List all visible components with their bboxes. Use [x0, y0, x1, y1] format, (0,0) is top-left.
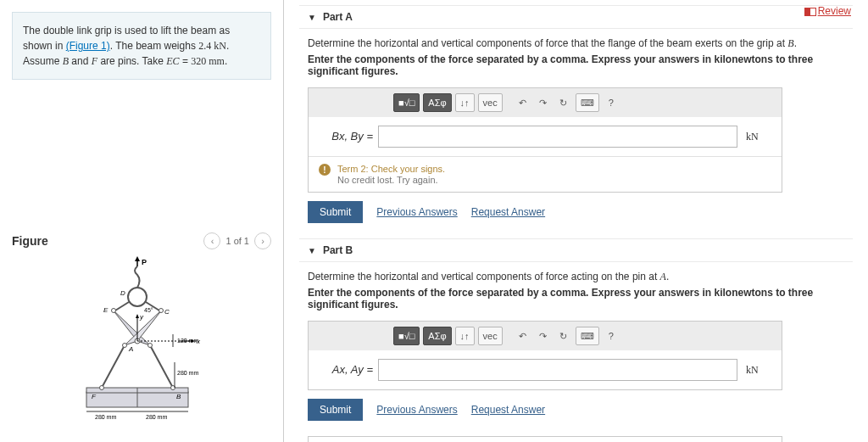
svg-text:120 mm: 120 mm [177, 338, 198, 344]
reset-button[interactable]: ↻ [555, 327, 572, 345]
svg-point-16 [159, 309, 164, 313]
svg-point-8 [123, 344, 127, 348]
part-b-toolbar: ■√□ ΑΣφ ↓↑ vec ↶ ↷ ↻ ⌨ ? [309, 322, 782, 350]
part-b-header[interactable]: ▼Part B [299, 238, 853, 262]
chevron-down-icon: ▼ [308, 246, 316, 255]
warning-icon: ! [319, 164, 331, 176]
svg-text:280 mm: 280 mm [177, 370, 198, 376]
svg-point-9 [148, 344, 153, 348]
part-b-incorrect: ✖ Incorrect; Try Again; 5 attempts remai… [308, 436, 782, 442]
keyboard-button[interactable]: ⌨ [576, 93, 599, 112]
svg-text:45°: 45° [144, 307, 153, 313]
reset-button[interactable]: ↻ [555, 93, 572, 112]
figure-title: Figure [12, 234, 48, 248]
figure-counter: 1 of 1 [225, 236, 249, 246]
part-a-toolbar: ■√□ ΑΣφ ↓↑ vec ↶ ↷ ↻ ⌨ ? [309, 88, 782, 117]
figure-diagram: P D E A C F B x y 45° 120 mm 280 mm 280 … [12, 256, 271, 428]
part-b-var-label: Ax, Ay = [319, 363, 378, 377]
svg-text:y: y [139, 313, 144, 321]
keyboard-button[interactable]: ⌨ [576, 327, 599, 345]
part-b-input[interactable] [378, 359, 737, 381]
undo-button[interactable]: ↶ [515, 327, 531, 345]
svg-marker-18 [135, 256, 140, 261]
part-a-var-label: Bx, By = [319, 130, 378, 143]
part-b-instruction: Determine the horizontal and vertical co… [308, 271, 844, 283]
svg-text:280 mm: 280 mm [146, 414, 167, 420]
svg-text:D: D [120, 289, 125, 297]
part-b-format: Enter the components of the force separa… [308, 287, 844, 311]
part-a-answer-box: ■√□ ΑΣφ ↓↑ vec ↶ ↷ ↻ ⌨ ? Bx, By = kN ! T… [308, 87, 782, 193]
vec-button[interactable]: vec [478, 327, 503, 345]
svg-point-10 [100, 386, 104, 390]
help-button[interactable]: ? [603, 327, 620, 345]
redo-button[interactable]: ↷ [535, 327, 552, 345]
problem-statement: The double link grip is used to lift the… [12, 12, 271, 80]
review-link[interactable]: Review [804, 5, 851, 17]
help-button[interactable]: ? [603, 93, 620, 112]
part-b-unit: kN [737, 364, 771, 377]
part-a-instruction: Determine the horizontal and vertical co… [308, 37, 844, 50]
svg-point-15 [112, 309, 116, 313]
chevron-down-icon: ▼ [308, 13, 316, 22]
svg-text:A: A [128, 345, 133, 353]
vec-button[interactable]: vec [478, 93, 503, 112]
part-a-feedback: ! Term 2: Check your signs. No credit lo… [309, 156, 782, 192]
redo-button[interactable]: ↷ [535, 93, 552, 112]
part-b-submit-button[interactable]: Submit [308, 399, 363, 421]
symbols-button[interactable]: ΑΣφ [423, 327, 451, 345]
part-a-previous-link[interactable]: Previous Answers [376, 206, 457, 218]
part-a-unit: kN [737, 131, 771, 143]
part-a-header[interactable]: ▼Part A [299, 5, 853, 29]
svg-point-12 [128, 288, 147, 306]
figure-next-button[interactable]: › [254, 232, 271, 249]
part-b-answer-box: ■√□ ΑΣφ ↓↑ vec ↶ ↷ ↻ ⌨ ? Ax, Ay = kN [308, 321, 782, 390]
svg-text:B: B [176, 393, 181, 400]
svg-line-13 [115, 302, 129, 311]
svg-line-4 [150, 345, 173, 388]
part-b-request-link[interactable]: Request Answer [471, 404, 545, 416]
templates-button[interactable]: ■√□ [393, 327, 420, 345]
templates-button[interactable]: ■√□ [393, 93, 420, 112]
symbols-button[interactable]: ΑΣφ [423, 93, 451, 112]
svg-text:280 mm: 280 mm [95, 414, 116, 420]
svg-line-3 [102, 345, 125, 388]
subsuper-button[interactable]: ↓↑ [455, 93, 475, 112]
svg-text:E: E [103, 306, 108, 314]
part-a-request-link[interactable]: Request Answer [471, 206, 545, 218]
svg-text:P: P [142, 258, 147, 266]
part-a-input[interactable] [378, 126, 737, 148]
flag-icon [804, 8, 816, 16]
part-b-previous-link[interactable]: Previous Answers [376, 404, 457, 416]
review-label: Review [818, 5, 851, 17]
part-a-submit-button[interactable]: Submit [308, 201, 363, 223]
svg-marker-20 [136, 314, 139, 318]
svg-text:C: C [164, 308, 170, 316]
figure-link[interactable]: (Figure 1) [66, 40, 110, 52]
undo-button[interactable]: ↶ [515, 93, 531, 112]
figure-prev-button[interactable]: ‹ [203, 232, 220, 249]
subsuper-button[interactable]: ↓↑ [455, 327, 475, 345]
part-a-format: Enter the components of the force separa… [308, 53, 844, 77]
